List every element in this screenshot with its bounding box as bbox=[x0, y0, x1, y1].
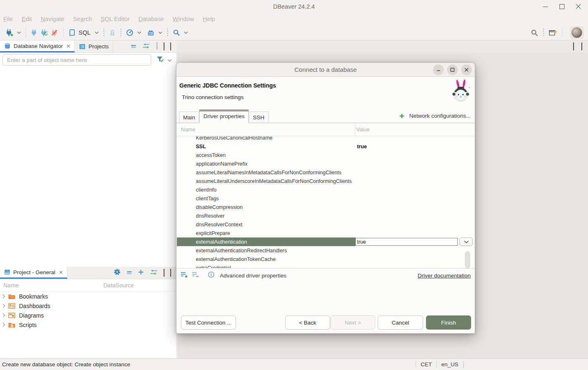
window-maximize-button[interactable] bbox=[559, 4, 565, 9]
property-row-clientInfo[interactable]: clientInfo bbox=[177, 185, 475, 194]
tree-item-scripts[interactable]: Scripts bbox=[0, 320, 176, 330]
new-connection-button[interactable] bbox=[4, 27, 14, 38]
driver-manager-dropdown[interactable] bbox=[157, 27, 164, 38]
sql-editor-button[interactable] bbox=[67, 27, 77, 38]
dashboard-button[interactable] bbox=[125, 27, 135, 38]
column-name[interactable]: Name bbox=[181, 126, 195, 133]
add-property-button[interactable] bbox=[181, 271, 188, 280]
column-name[interactable]: Name bbox=[0, 282, 103, 289]
open-perspective-button[interactable] bbox=[548, 27, 559, 38]
property-value-input[interactable] bbox=[355, 238, 458, 246]
collapse-all-icon[interactable] bbox=[131, 43, 136, 50]
window-minimize-button[interactable] bbox=[543, 4, 548, 9]
expander-chevron-icon[interactable] bbox=[2, 313, 8, 318]
reconnect-button[interactable] bbox=[39, 27, 50, 38]
menu-item-edit[interactable]: Edit bbox=[21, 16, 32, 22]
tab-project-general[interactable]: Project - General bbox=[0, 267, 67, 279]
property-row-dnsResolverContext[interactable]: dnsResolverContext bbox=[177, 220, 475, 229]
search-dropdown[interactable] bbox=[183, 27, 189, 38]
minimize-editor-icon[interactable] bbox=[573, 43, 574, 50]
expand-all-icon[interactable] bbox=[138, 269, 144, 277]
tree-item-bookmarks[interactable]: Bookmarks bbox=[0, 292, 176, 301]
disconnect-button[interactable] bbox=[50, 27, 60, 38]
dialog-maximize-button[interactable] bbox=[447, 64, 458, 75]
property-row-dnsResolver[interactable]: dnsResolver bbox=[177, 211, 475, 220]
dashboard-dropdown[interactable] bbox=[136, 27, 143, 38]
menu-item-navigate[interactable]: Navigate bbox=[40, 16, 64, 22]
property-row-assumeLiteralUnderscoreInMetadataCallsForNonConformingClients[interactable]: assumeLiteralUnderscoreInMetadataCallsFo… bbox=[177, 177, 475, 185]
collapse-all-icon[interactable] bbox=[126, 269, 132, 277]
close-tab-icon[interactable] bbox=[59, 269, 63, 275]
expander-chevron-icon[interactable] bbox=[2, 304, 8, 308]
link-with-editor-icon[interactable] bbox=[142, 43, 150, 50]
property-row-accessToken[interactable]: accessToken bbox=[177, 151, 475, 159]
property-value-dropdown-button[interactable] bbox=[459, 237, 473, 246]
dialog-title: Connect to a database bbox=[295, 66, 357, 73]
close-tab-icon[interactable] bbox=[67, 43, 70, 49]
minimize-panel-icon[interactable] bbox=[164, 269, 164, 277]
menu-item-database[interactable]: Database bbox=[138, 16, 164, 22]
property-row-externalAuthentication[interactable]: externalAuthentication bbox=[177, 237, 475, 246]
view-menu-icon[interactable] bbox=[156, 42, 158, 51]
tree-item-dashboards[interactable]: Dashboards bbox=[0, 301, 176, 311]
driver-documentation-link[interactable]: Driver documentation bbox=[418, 273, 471, 279]
search-button[interactable] bbox=[171, 27, 181, 38]
finish-button[interactable]: Finish bbox=[426, 315, 471, 330]
expander-chevron-icon[interactable] bbox=[2, 323, 8, 327]
maximize-editor-icon[interactable] bbox=[581, 43, 582, 50]
filter-icon[interactable] bbox=[156, 56, 164, 64]
toolbar-separator bbox=[26, 28, 26, 38]
column-divider[interactable] bbox=[355, 123, 355, 136]
property-row-clientTags[interactable]: clientTags bbox=[177, 194, 475, 203]
minimize-panel-icon[interactable] bbox=[164, 43, 164, 50]
menu-item-search[interactable]: Search bbox=[73, 16, 92, 22]
expander-chevron-icon[interactable] bbox=[2, 294, 8, 299]
property-row-explicitPrepare[interactable]: explicitPrepare bbox=[177, 229, 475, 237]
property-row-extraCredential[interactable]: extraCredential bbox=[177, 263, 475, 268]
test-connection-button[interactable]: Test Connection ... bbox=[181, 315, 236, 330]
remove-property-button[interactable] bbox=[192, 271, 199, 280]
property-row-externalAuthenticationRedirectHandlers[interactable]: externalAuthenticationRedirectHandlers bbox=[177, 246, 475, 255]
column-value[interactable]: Value bbox=[356, 126, 369, 133]
property-row-KerberosUseCanonicalHostname[interactable]: KerberosUseCanonicalHostname bbox=[177, 136, 475, 142]
network-configurations-button[interactable]: + Network configurations... bbox=[399, 109, 475, 123]
object-filter-input[interactable] bbox=[2, 54, 151, 66]
maximize-panel-icon[interactable] bbox=[170, 43, 171, 50]
cancel-button[interactable]: Cancel bbox=[378, 315, 423, 330]
back-button[interactable]: < Back bbox=[285, 315, 330, 330]
dialog-table-footer: Advanced driver properties Driver docume… bbox=[176, 269, 475, 282]
user-profile-button[interactable] bbox=[570, 26, 584, 39]
new-connection-dropdown[interactable] bbox=[16, 27, 22, 38]
maximize-panel-icon[interactable] bbox=[170, 269, 171, 277]
sql-editor-label[interactable]: SQL bbox=[79, 29, 90, 36]
tree-item-diagrams[interactable]: Diagrams bbox=[0, 311, 176, 320]
menu-bar: FileEditNavigateSearchSQL EditorDatabase… bbox=[0, 13, 588, 25]
property-row-SSL[interactable]: SSLtrue bbox=[177, 142, 475, 151]
driver-manager-button[interactable] bbox=[146, 27, 156, 38]
tab-ssh[interactable]: SSH bbox=[249, 111, 269, 123]
window-close-button[interactable] bbox=[576, 4, 581, 9]
property-row-disableCompression[interactable]: disableCompression bbox=[177, 203, 475, 211]
tab-driver-properties[interactable]: Driver properties bbox=[199, 109, 249, 123]
column-datasource[interactable]: DataSource bbox=[103, 282, 134, 289]
filter-dropdown-icon[interactable] bbox=[167, 56, 172, 64]
property-row-assumeLiteralNamesInMetadataCallsForNonConformingClients[interactable]: assumeLiteralNamesInMetadataCallsForNonC… bbox=[177, 168, 475, 177]
security-lock-button[interactable] bbox=[108, 27, 117, 38]
tab-main[interactable]: Main bbox=[179, 111, 199, 123]
property-row-applicationNamePrefix[interactable]: applicationNamePrefix bbox=[177, 159, 475, 168]
menu-item-help[interactable]: Help bbox=[203, 16, 215, 22]
sql-editor-dropdown[interactable] bbox=[93, 27, 100, 38]
settings-gear-icon[interactable] bbox=[114, 268, 121, 277]
connect-button[interactable] bbox=[29, 27, 39, 38]
quick-search-button[interactable] bbox=[529, 27, 540, 38]
link-with-editor-icon[interactable] bbox=[150, 269, 158, 277]
menu-item-window[interactable]: Window bbox=[173, 16, 194, 22]
menu-item-file[interactable]: File bbox=[3, 16, 13, 22]
menu-item-sql-editor[interactable]: SQL Editor bbox=[101, 16, 130, 22]
vertical-scrollbar-thumb[interactable] bbox=[465, 251, 470, 268]
property-row-externalAuthenticationTokenCache[interactable]: externalAuthenticationTokenCache bbox=[177, 255, 475, 263]
dialog-close-button[interactable] bbox=[461, 64, 472, 75]
tab-database-navigator[interactable]: Database Navigator bbox=[0, 40, 75, 52]
dialog-minimize-button[interactable] bbox=[433, 64, 444, 75]
tab-projects[interactable]: Projects bbox=[75, 40, 113, 52]
